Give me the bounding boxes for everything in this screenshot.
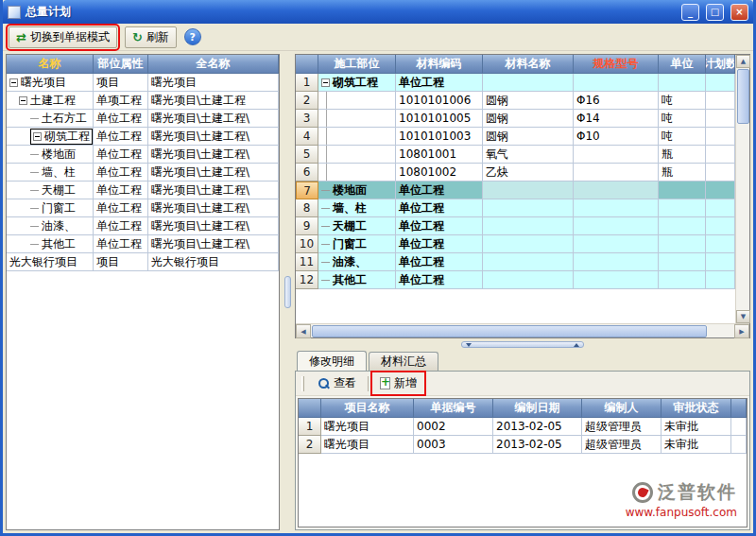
row-number[interactable]: 12 [296, 271, 318, 289]
header-plan[interactable]: 计划数 [706, 55, 735, 74]
cell-part[interactable]: 砌筑工程 [318, 74, 396, 92]
cell-name[interactable]: 曙光项目 [7, 74, 94, 92]
cell-attr[interactable]: 单位工程 [94, 128, 148, 146]
material-group-row[interactable]: 12 其他工 单位工程 [296, 271, 735, 289]
cell-part[interactable]: 油漆、 [318, 253, 396, 271]
cell-spec[interactable]: Φ16 [574, 92, 659, 110]
material-row[interactable]: 6 10801002 乙炔 瓶 [296, 164, 735, 182]
cell-spec[interactable]: Φ10 [574, 128, 659, 146]
cell-code[interactable]: 单位工程 [396, 199, 483, 217]
material-row[interactable]: 4 1010101003 圆钢 Φ10 吨 [296, 128, 735, 146]
scroll-track[interactable] [736, 125, 749, 310]
header-project[interactable]: 项目名称 [321, 399, 414, 418]
cell-unit[interactable] [659, 199, 706, 217]
collapse-down-icon[interactable] [466, 343, 472, 347]
scroll-up-button[interactable]: ▲ [736, 55, 750, 68]
cell-part[interactable]: 墙、柱 [318, 199, 396, 217]
cell-attr[interactable]: 单位工程 [94, 199, 148, 217]
tree-row[interactable]: 其他工 单位工程 曙光项目\土建工程\ [7, 235, 279, 253]
cell-code[interactable]: 单位工程 [396, 182, 483, 199]
cell-plan[interactable] [706, 110, 735, 128]
cell-full[interactable]: 曙光项目\土建工程\ [148, 146, 279, 164]
cell-name[interactable] [483, 182, 574, 199]
help-button[interactable]: ? [184, 28, 201, 45]
cell-full[interactable]: 曙光项目\土建工程\ [148, 199, 279, 217]
cell-full[interactable]: 光大银行项目 [148, 253, 279, 271]
cell-plan[interactable] [706, 271, 735, 289]
tree-row[interactable]: 门窗工 单位工程 曙光项目\土建工程\ [7, 199, 279, 217]
cell-unit[interactable]: 瓶 [659, 146, 706, 164]
cell-name[interactable] [483, 253, 574, 271]
cell-unit[interactable]: 瓶 [659, 164, 706, 182]
cell-code[interactable]: 10801001 [396, 146, 483, 164]
cell-date[interactable]: 2013-02-05 [493, 418, 582, 436]
header-part[interactable]: 施工部位 [318, 55, 396, 74]
row-number[interactable]: 2 [299, 436, 321, 454]
cell-code[interactable]: 单位工程 [396, 253, 483, 271]
header-doc-no[interactable]: 单据编号 [414, 399, 493, 418]
row-number[interactable]: 8 [296, 199, 318, 217]
cell-status[interactable]: 未审批 [662, 418, 731, 436]
cell-full[interactable]: 曙光项目\土建工程\ [148, 128, 279, 146]
tree-header-name[interactable]: 名称 [7, 55, 94, 74]
cell-name[interactable]: 光大银行项目 [7, 253, 94, 271]
cell-creator[interactable]: 超级管理员 [582, 436, 662, 454]
cell-unit[interactable]: 吨 [659, 110, 706, 128]
cell-name[interactable] [483, 271, 574, 289]
material-group-row[interactable]: 1 砌筑工程 单位工程 [296, 74, 735, 92]
cell-project[interactable]: 曙光项目 [321, 436, 414, 454]
material-group-row[interactable]: 9 天棚工 单位工程 [296, 217, 735, 235]
cell-part[interactable]: 楼地面 [318, 182, 396, 199]
tree-row[interactable]: 天棚工 单位工程 曙光项目\土建工程\ [7, 182, 279, 199]
panel-splitter-grip[interactable] [284, 276, 291, 308]
material-horizontal-scrollbar[interactable]: ◀ ▶ [296, 323, 749, 337]
collapse-icon[interactable] [9, 78, 18, 87]
cell-full[interactable]: 曙光项目\土建工程\ [148, 182, 279, 199]
scroll-right-button[interactable]: ▶ [734, 324, 749, 338]
collapse-up-icon[interactable] [574, 343, 579, 347]
document-row[interactable]: 1 曙光项目 0002 2013-02-05 超级管理员 未审批 [299, 418, 747, 436]
scroll-track[interactable] [708, 324, 734, 337]
cell-name[interactable]: 氧气 [483, 146, 574, 164]
cell-name[interactable]: 油漆、 [7, 217, 94, 235]
cell-name[interactable] [483, 217, 574, 235]
cell-name[interactable] [483, 235, 574, 253]
horizontal-scroll-thumb[interactable] [312, 325, 707, 337]
cell-creator[interactable]: 超级管理员 [582, 418, 662, 436]
cell-project[interactable]: 曙光项目 [321, 418, 414, 436]
cell-code[interactable]: 单位工程 [396, 235, 483, 253]
panel-splitter[interactable] [280, 54, 295, 530]
header-unit[interactable]: 单位 [659, 55, 706, 74]
material-group-row[interactable]: 8 墙、柱 单位工程 [296, 199, 735, 217]
add-button[interactable]: 新增 [373, 373, 423, 393]
cell-name[interactable]: 土建工程 [7, 92, 94, 110]
cell-unit[interactable]: 吨 [659, 128, 706, 146]
cell-spec[interactable] [574, 146, 659, 164]
header-creator[interactable]: 编制人 [582, 399, 662, 418]
cell-unit[interactable] [659, 271, 706, 289]
tree-row-selected[interactable]: 砌筑工程 单位工程 曙光项目\土建工程\ [7, 128, 279, 146]
row-number[interactable]: 4 [296, 128, 318, 146]
tree-header-attr[interactable]: 部位属性 [94, 55, 148, 74]
collapse-icon[interactable] [33, 132, 42, 141]
cell-attr[interactable]: 单位工程 [94, 146, 148, 164]
cell-full[interactable]: 曙光项目 [148, 74, 279, 92]
cell-part[interactable] [318, 92, 396, 110]
cell-part[interactable] [318, 164, 396, 182]
cell-attr[interactable]: 单项工程 [94, 92, 148, 110]
cell-name[interactable]: 门窗工 [7, 199, 94, 217]
row-number[interactable]: 1 [296, 74, 318, 92]
cell-full[interactable]: 曙光项目\土建工程 [148, 92, 279, 110]
maximize-button[interactable]: □ [706, 4, 724, 21]
material-group-row[interactable]: 10 门窗工 单位工程 [296, 235, 735, 253]
cell-unit[interactable] [659, 217, 706, 235]
cell-full[interactable]: 曙光项目\土建工程\ [148, 235, 279, 253]
cell-full[interactable]: 曙光项目\土建工程\ [148, 217, 279, 235]
cell-plan[interactable] [706, 199, 735, 217]
cell-name[interactable] [483, 199, 574, 217]
cell-part[interactable] [318, 128, 396, 146]
cell-attr[interactable]: 单位工程 [94, 217, 148, 235]
cell-code[interactable]: 单位工程 [396, 74, 483, 92]
cell-attr[interactable]: 单位工程 [94, 110, 148, 128]
cell-name[interactable]: 乙炔 [483, 164, 574, 182]
